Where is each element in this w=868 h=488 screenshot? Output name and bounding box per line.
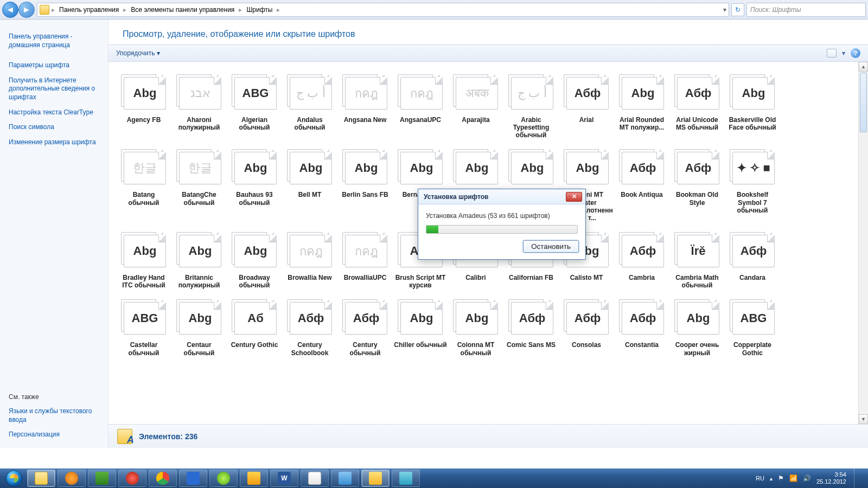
taskbar-wmp[interactable] (58, 470, 86, 487)
font-item[interactable]: AбCentury Gothic (227, 294, 282, 362)
font-item[interactable]: AbgArial Rounded MT полужир... (614, 69, 669, 144)
font-item[interactable]: AbgCentaur обычный (171, 294, 227, 362)
font-item[interactable]: AbgAgency FB (116, 69, 171, 144)
font-item[interactable]: АбфArial Unicode MS обычный (669, 69, 725, 144)
font-icon: Abg (229, 146, 279, 188)
font-label: Calisto MT (570, 271, 603, 281)
font-item[interactable]: АбфCentury Schoolbook (282, 294, 337, 362)
font-item[interactable]: АбфBook Antiqua (614, 144, 669, 227)
taskbar-app-1[interactable] (88, 470, 116, 487)
chevron-down-icon[interactable]: ▾ (723, 6, 726, 14)
font-label: Baskerville Old Face обычный (726, 113, 779, 131)
taskbar-opera[interactable] (118, 470, 146, 487)
font-item[interactable]: ✦ ✧ ■Bookshelf Symbol 7 обычный (725, 144, 780, 227)
font-item[interactable]: АбфArial (559, 69, 614, 144)
tray-lang[interactable]: RU (756, 475, 764, 481)
sidebar-link-4[interactable]: Изменение размера шрифта (9, 135, 99, 150)
tray-chevron-up-icon[interactable]: ▴ (770, 476, 773, 481)
taskbar-mail[interactable] (209, 470, 238, 487)
font-item[interactable]: AbgBell MT (282, 144, 337, 227)
show-desktop-button[interactable] (854, 468, 861, 488)
font-item[interactable]: أ ب جArabic Typesetting обычный (503, 69, 559, 144)
taskbar-chrome[interactable] (149, 470, 177, 487)
font-icon: Abg (395, 297, 445, 338)
font-item[interactable]: AbgBaskerville Old Face обычный (725, 69, 780, 144)
font-item[interactable]: ABGCastellar обычный (116, 294, 171, 362)
font-item[interactable]: AbgColonna MT обычный (448, 294, 503, 362)
tray-clock[interactable]: 3:54 25.12.2012 (816, 471, 846, 485)
font-item[interactable]: ABGCopperplate Gothic (725, 294, 780, 362)
taskbar-app-2[interactable] (179, 470, 207, 487)
taskbar-explorer[interactable] (27, 470, 55, 487)
font-item[interactable]: กคฎAngsanaUPC (393, 69, 448, 144)
font-item[interactable]: 한글Batang обычный (116, 144, 171, 227)
back-button[interactable]: ◄ (2, 2, 18, 18)
vertical-scrollbar[interactable]: ▲ ▼ (858, 62, 868, 424)
font-item[interactable]: אבגAharoni полужирный (171, 69, 227, 144)
sidebar-link-3[interactable]: Поиск символа (9, 120, 99, 135)
breadcrumb[interactable]: ▸ Панель управления ▸ Все элементы панел… (37, 3, 729, 17)
font-item[interactable]: AbgBritannic полужирный (171, 227, 227, 294)
font-item[interactable]: AbgBauhaus 93 обычный (227, 144, 282, 227)
chevron-down-icon[interactable]: ▾ (842, 49, 845, 57)
tray-network-icon[interactable]: 📶 (789, 474, 797, 482)
search-input[interactable]: Поиск: Шрифты (746, 3, 866, 17)
font-item[interactable]: АбфConsolas (559, 294, 614, 362)
tray-flag-icon[interactable]: ⚑ (778, 474, 784, 482)
font-item[interactable]: АбфComic Sans MS (503, 294, 559, 362)
refresh-button[interactable]: ↻ (731, 3, 744, 16)
view-button[interactable] (827, 49, 837, 57)
scroll-up-button[interactable]: ▲ (859, 62, 868, 72)
forward-button[interactable]: ► (18, 2, 35, 18)
scroll-down-button[interactable]: ▼ (859, 414, 868, 424)
crumb-control-panel[interactable]: Панель управления (57, 6, 121, 14)
font-item[interactable]: กคฎBrowallia New (282, 227, 337, 294)
help-icon[interactable]: ? (851, 48, 860, 58)
taskbar-app-3[interactable] (392, 470, 420, 487)
font-item[interactable]: АбфCambria (614, 227, 669, 294)
font-item[interactable]: กคฎBrowalliaUPC (337, 227, 393, 294)
sidebar-home[interactable]: Панель управления - домашняя страница (9, 29, 99, 53)
font-item[interactable]: АбфCandara (725, 227, 780, 294)
font-item[interactable]: AbgBerlin Sans FB (337, 144, 393, 227)
taskbar-paint[interactable] (301, 470, 329, 487)
organize-button[interactable]: Упорядочить ▾ (116, 49, 160, 57)
font-item[interactable]: AbgCooper очень жирный (669, 294, 725, 362)
close-button[interactable]: ✕ (566, 192, 582, 202)
stop-button[interactable]: Остановить (523, 240, 579, 253)
taskbar-app-v[interactable] (240, 470, 268, 487)
see-also-1[interactable]: Персонализация (9, 427, 99, 442)
font-item[interactable]: АбфCentury обычный (337, 294, 393, 362)
font-label: Bookshelf Symbol 7 обычный (726, 188, 779, 214)
crumb-all-items[interactable]: Все элементы панели управления (129, 6, 237, 14)
font-item[interactable]: АбфConstantia (614, 294, 669, 362)
font-item[interactable]: กคฎAngsana New (337, 69, 393, 144)
font-item[interactable]: АбфBookman Old Style (669, 144, 725, 227)
font-item[interactable]: أ ب جAndalus обычный (282, 69, 337, 144)
tray-volume-icon[interactable]: 🔊 (803, 474, 811, 482)
sidebar-link-2[interactable]: Настройка текста ClearType (9, 105, 99, 120)
see-also-0[interactable]: Языки и службы текстового ввода (9, 404, 99, 427)
font-item[interactable]: AbgBroadway обычный (227, 227, 282, 294)
font-label: Copperplate Gothic (726, 338, 779, 356)
font-icon: 한글 (119, 146, 169, 188)
font-label: Algerian обычный (228, 113, 281, 131)
font-item[interactable]: ABGAlgerian обычный (227, 69, 282, 144)
font-icon: Абф (340, 297, 390, 338)
font-item[interactable]: AbgBradley Hand ITC обычный (116, 227, 171, 294)
font-item[interactable]: AbgChiller обычный (393, 294, 448, 362)
taskbar-photos[interactable] (331, 470, 359, 487)
taskbar-word[interactable]: W (270, 470, 298, 487)
taskbar-mpc[interactable] (361, 470, 390, 487)
sidebar-link-0[interactable]: Параметры шрифта (9, 58, 99, 73)
chevron-down-icon: ▾ (157, 49, 160, 57)
font-item[interactable]: 한글BatangChe обычный (171, 144, 227, 227)
crumb-fonts[interactable]: Шрифты (244, 6, 275, 14)
font-item[interactable]: अबकAparajita (448, 69, 503, 144)
start-button[interactable] (3, 470, 25, 487)
font-item[interactable]: ÏrĕCambria Math обычный (669, 227, 725, 294)
font-sample: أ ب ج (296, 86, 325, 100)
dialog-titlebar[interactable]: Установка шрифтов ✕ (418, 189, 585, 204)
scroll-thumb[interactable] (860, 73, 867, 132)
sidebar-link-1[interactable]: Получить в Интернете дополнительные свед… (9, 73, 99, 105)
